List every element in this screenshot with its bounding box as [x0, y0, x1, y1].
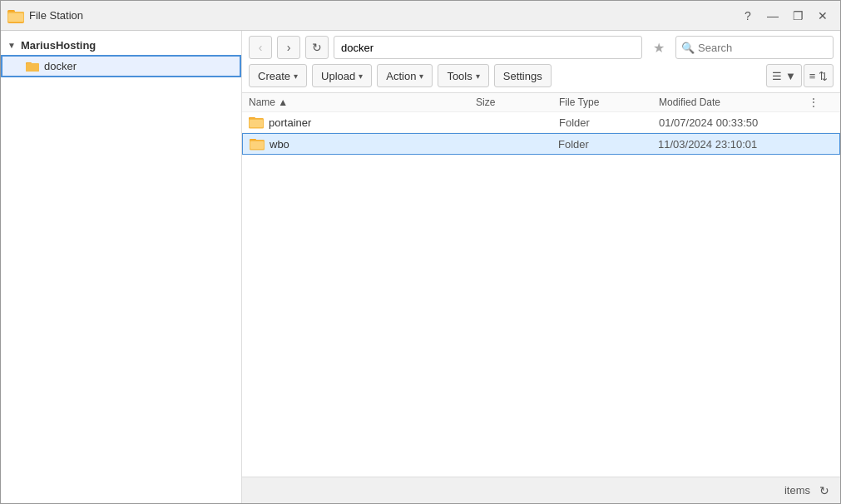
upload-dropdown-arrow: ▾ [359, 72, 363, 81]
forward-button[interactable]: › [277, 36, 300, 59]
refresh-button[interactable]: ↻ [305, 36, 329, 59]
view-buttons: ☰ ▼ ≡ ⇅ [766, 64, 834, 87]
favorite-button[interactable]: ★ [647, 36, 670, 59]
file-type: Folder [558, 138, 658, 151]
chevron-down-icon: ▼ [7, 41, 17, 51]
svg-rect-6 [26, 63, 39, 72]
file-type: Folder [559, 116, 659, 129]
minimize-button[interactable]: — [762, 5, 784, 27]
toolbar-row2: Create ▾ Upload ▾ Action ▾ Tools ▾ [249, 64, 834, 87]
svg-rect-3 [8, 13, 23, 22]
status-bar: items ↻ [242, 477, 840, 503]
file-name: wbo [270, 138, 289, 151]
col-date[interactable]: Modified Date [659, 96, 809, 108]
folder-icon [26, 61, 39, 72]
file-name: portainer [269, 116, 311, 129]
svg-rect-14 [250, 141, 264, 149]
svg-rect-10 [250, 120, 263, 127]
search-box: 🔍 [675, 36, 834, 59]
col-size[interactable]: Size [476, 96, 559, 108]
sidebar: ▼ MariusHosting docker [1, 31, 242, 503]
main-area: ‹ › ↻ ★ 🔍 Create ▾ Uploa [242, 31, 840, 503]
file-date: 01/07/2024 00:33:50 [659, 116, 809, 129]
table-row[interactable]: wbo Folder 11/03/2024 23:10:01 [242, 133, 840, 155]
window-controls: ? — ❐ ✕ [737, 5, 834, 27]
toolbar-row1: ‹ › ↻ ★ 🔍 [249, 36, 834, 59]
create-dropdown-arrow: ▾ [294, 72, 298, 81]
back-button[interactable]: ‹ [249, 36, 272, 59]
search-icon: 🔍 [681, 42, 695, 54]
path-input[interactable] [334, 36, 642, 59]
file-list-header: Name ▲ Size File Type Modified Date ⋮ [242, 93, 840, 112]
file-list: Name ▲ Size File Type Modified Date ⋮ [242, 93, 840, 477]
app-icon [7, 7, 24, 24]
create-button[interactable]: Create ▾ [249, 64, 307, 87]
folder-icon [250, 137, 265, 151]
search-input[interactable] [698, 42, 828, 54]
sidebar-group-mariushosting: ▼ MariusHosting docker [1, 34, 241, 79]
title-bar: File Station ? — ❐ ✕ [1, 1, 840, 31]
close-button[interactable]: ✕ [812, 5, 834, 27]
tools-button[interactable]: Tools ▾ [438, 64, 488, 87]
maximize-button[interactable]: ❐ [787, 5, 809, 27]
sidebar-item-docker-label: docker [44, 60, 77, 72]
col-actions: ⋮ [809, 96, 834, 108]
upload-button[interactable]: Upload ▾ [312, 64, 372, 87]
window-title: File Station [29, 9, 737, 22]
file-name-cell: portainer [249, 116, 476, 129]
action-button[interactable]: Action ▾ [377, 64, 433, 87]
items-label: items [784, 484, 810, 497]
status-refresh-button[interactable]: ↻ [815, 482, 834, 500]
toolbar: ‹ › ↻ ★ 🔍 Create ▾ Uploa [242, 31, 840, 93]
sort-button[interactable]: ≡ ⇅ [804, 64, 834, 87]
tools-dropdown-arrow: ▾ [476, 72, 480, 81]
table-row[interactable]: portainer Folder 01/07/2024 00:33:50 [242, 112, 840, 133]
col-name[interactable]: Name ▲ [249, 96, 476, 108]
settings-button[interactable]: Settings [494, 64, 552, 87]
action-dropdown-arrow: ▾ [419, 72, 423, 81]
file-date: 11/03/2024 23:10:01 [658, 138, 808, 151]
col-type[interactable]: File Type [559, 96, 659, 108]
folder-icon [249, 116, 264, 129]
list-view-button[interactable]: ☰ ▼ [766, 64, 801, 87]
file-name-cell: wbo [250, 137, 475, 151]
sidebar-group-label: MariusHosting [21, 39, 96, 52]
content-area: ▼ MariusHosting docker ‹ › [1, 31, 840, 503]
sidebar-group-header[interactable]: ▼ MariusHosting [1, 36, 241, 55]
main-window: File Station ? — ❐ ✕ ▼ MariusHosting [0, 0, 841, 504]
sidebar-item-docker[interactable]: docker [1, 55, 241, 77]
help-button[interactable]: ? [737, 5, 759, 27]
